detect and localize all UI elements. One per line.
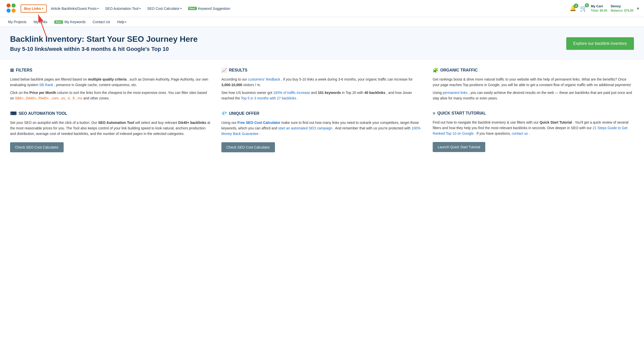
quick-start-body: Find out how to navigate the backlink in… <box>433 120 634 136</box>
unique-offer-icon: 💎 <box>221 111 227 116</box>
my-links-nav[interactable]: My Links <box>30 19 50 25</box>
unique-offer-section: 💎 UNIQUE OFFER Using our Free SEO Cost C… <box>221 111 423 152</box>
my-cart-label: My Cart <box>591 4 607 9</box>
cart-info: My Cart Total: $0.00 <box>591 4 607 13</box>
top5-link[interactable]: Top 5 in 3 months with 27 backlinks <box>241 96 296 100</box>
cart-total-value: $0.00 <box>600 9 607 12</box>
svg-point-2 <box>7 9 11 13</box>
seo-automation-icon: ⌨ <box>10 111 17 116</box>
seo-automation-section: ⌨ SEO AUTOMATION TOOL Set your SEO on au… <box>10 111 211 152</box>
sb-rank-link[interactable]: SB Rank <box>39 83 53 87</box>
customers-feedback-link[interactable]: customers' feedback <box>248 77 280 81</box>
chevron-down-icon: ▾ <box>97 7 99 10</box>
main-content: ⊞ FILTERS Listed below backlink pages ar… <box>0 60 644 160</box>
organic-traffic-section: 🧩 ORGANIC TRAFFIC Get rankings boost & d… <box>433 67 634 103</box>
my-projects-nav[interactable]: My Projects <box>5 19 29 25</box>
second-navigation: My Projects My Links New! My Keywords Co… <box>0 17 644 27</box>
chevron-down-icon: ▾ <box>180 7 182 10</box>
new-badge-keywords: New! <box>54 20 63 24</box>
balance-value: $75.00 <box>624 9 633 12</box>
seo-cost-calculator-nav[interactable]: SEO Cost Calculator ▾ <box>145 5 184 12</box>
unique-offer-body: Using our Free SEO Cost Calculator make … <box>221 120 423 137</box>
check-seo-cost-button[interactable]: Check SEO Cost Calculator <box>10 142 64 152</box>
unique-offer-title: 💎 UNIQUE OFFER <box>221 111 423 116</box>
my-keywords-nav[interactable]: New! My Keywords <box>51 19 89 25</box>
filters-section: ⊞ FILTERS Listed below backlink pages ar… <box>10 67 211 103</box>
user-balance: Balance: $75.00 <box>611 9 633 13</box>
filter-tags: SB6+, DA40+, PA40+, .com, .es, .it, .fr,… <box>15 96 82 100</box>
user-dropdown-icon[interactable]: ▾ <box>637 6 639 11</box>
notification-area: 🔔 4 🛒 0 My Cart Total: $0.00 Denny Balan… <box>570 4 639 13</box>
results-title: 📈 RESULTS <box>221 67 423 73</box>
results-section: 📈 RESULTS According to our customers' fe… <box>221 67 423 103</box>
svg-point-1 <box>12 4 16 8</box>
svg-point-0 <box>7 4 11 8</box>
user-info: Denny Balance: $75.00 <box>611 4 633 13</box>
contact-us-nav[interactable]: Contact Us <box>90 19 113 25</box>
start-campaign-link[interactable]: start an automated SEO campaign <box>278 126 332 130</box>
hero-section: Backlink Inventory: Start Your SEO Journ… <box>0 27 644 60</box>
seo-automation-body: Set your SEO on autopilot with the click… <box>10 120 211 137</box>
check-seo-cost-button-2[interactable]: Check SEO Cost Calculator <box>221 142 275 152</box>
seo-automation-title: ⌨ SEO AUTOMATION TOOL <box>10 111 211 116</box>
free-calc-link[interactable]: Free SEO Cost Calculator <box>237 121 280 125</box>
notification-count: 4 <box>574 4 578 8</box>
buy-links-button[interactable]: Buy Links ▾ <box>21 5 47 13</box>
keyword-suggestion-nav[interactable]: New! Keyword Suggestion <box>186 5 233 12</box>
hero-title: Backlink Inventory: Start Your SEO Journ… <box>10 34 198 44</box>
new-badge: New! <box>188 7 197 10</box>
results-body: According to our customers' feedback , i… <box>221 77 423 101</box>
traffic-increase-link[interactable]: 183% of traffic increase <box>273 91 310 95</box>
article-backlinks-nav[interactable]: Article Backlinks/Guest Posts ▾ <box>48 5 101 12</box>
organic-traffic-body: Get rankings boost & drive more natural … <box>433 77 634 101</box>
cart-icon-wrap[interactable]: 🛒 0 <box>580 5 587 12</box>
filters-icon: ⊞ <box>10 67 14 73</box>
results-icon: 📈 <box>221 67 227 73</box>
features-grid: ⊞ FILTERS Listed below backlink pages ar… <box>10 67 634 152</box>
filters-title: ⊞ FILTERS <box>10 67 211 73</box>
launch-tutorial-button[interactable]: Launch Quick Start Tutorial <box>433 142 485 152</box>
filters-body: Listed below backlink pages are filtered… <box>10 77 211 101</box>
hero-text: Backlink Inventory: Start Your SEO Journ… <box>10 34 198 52</box>
hero-subtitle: Buy 5-10 links/week within 3-6 months & … <box>10 46 198 52</box>
svg-point-3 <box>12 9 16 13</box>
quick-start-section: ≡ QUICK START TUTORIAL Find out how to n… <box>433 111 634 152</box>
explore-inventory-button[interactable]: Explore our backlink inventory <box>566 37 634 50</box>
quick-start-icon: ≡ <box>433 111 435 116</box>
contact-us-link[interactable]: contact us <box>512 131 528 135</box>
chevron-down-icon: ▾ <box>42 7 43 10</box>
quick-start-title: ≡ QUICK START TUTORIAL <box>433 111 634 116</box>
logo[interactable] <box>5 2 19 15</box>
cart-count: 0 <box>585 3 589 7</box>
notification-bell[interactable]: 🔔 4 <box>570 5 576 12</box>
organic-traffic-title: 🧩 ORGANIC TRAFFIC <box>433 67 634 73</box>
chevron-down-icon: ▾ <box>139 7 141 10</box>
top-navigation: Buy Links ▾ Article Backlinks/Guest Post… <box>0 0 644 17</box>
user-name: Denny <box>611 4 633 9</box>
help-nav[interactable]: Help ▾ <box>114 19 130 25</box>
chevron-down-icon: ▾ <box>125 21 126 23</box>
seo-automation-nav[interactable]: SEO Automation Tool ▾ <box>103 5 143 12</box>
organic-traffic-icon: 🧩 <box>433 67 438 73</box>
cart-total: Total: $0.00 <box>591 9 607 13</box>
permanent-links-link[interactable]: permanent links <box>443 91 468 95</box>
